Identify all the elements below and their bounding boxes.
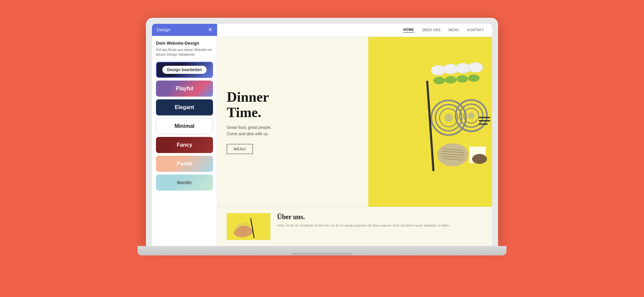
nav-item-kontakt[interactable]: KONTAKT [467,28,484,32]
design-option-fancy-label: Fancy [177,142,192,148]
screen-inner: Design ✕ Dein Website-Design Hol das Bes… [152,24,492,246]
preview-bottom: Über uns. Hallo, ich bin ein Textblock! … [217,207,492,246]
bottom-text: Über uns. Hallo, ich bin ein Textblock! … [277,213,483,240]
laptop-wrapper: Design ✕ Dein Website-Design Hol das Bes… [138,18,506,280]
design-option-pastel-label: Pastel [176,161,192,167]
design-option-current[interactable]: Design bearbeiten [156,62,213,78]
svg-rect-28 [479,120,490,121]
hero-image [368,37,492,207]
svg-point-24 [472,154,487,163]
design-option-fancy[interactable]: Fancy [156,137,213,153]
edit-button[interactable]: Design bearbeiten [162,66,207,74]
svg-point-12 [445,113,453,122]
laptop-screen: Design ✕ Dein Website-Design Hol das Bes… [146,18,498,246]
hero-menu-button[interactable]: MENU [227,144,253,154]
svg-point-4 [468,62,483,72]
food-background [368,37,492,207]
hero-title: DinnerTime. [227,89,359,120]
close-icon[interactable]: ✕ [208,27,212,33]
svg-point-17 [437,143,469,166]
svg-rect-29 [479,123,488,125]
design-option-playful[interactable]: Playful [156,81,213,97]
bottom-image [227,213,270,240]
panel-title: Dein Website-Design [156,41,213,46]
design-option-playful-label: Playful [176,86,193,92]
bottom-description: Hallo, ich bin ein Textblock! Ich bin hi… [277,224,483,228]
panel-header: Design ✕ [152,24,217,36]
panel-subtitle: Hol das Beste aus deiner Website mit die… [156,48,213,57]
svg-point-6 [445,76,457,83]
bottom-section-title: Über uns. [277,213,483,221]
design-option-nordic[interactable]: Nordic [156,175,213,191]
laptop-base [138,246,506,255]
nav-item-ueber-uns[interactable]: ÜBER UNS [422,28,441,32]
hero-content: DinnerTime. Great food, great people.Com… [217,37,368,207]
preview-hero: DinnerTime. Great food, great people.Com… [217,37,492,207]
design-option-nordic-label: Nordic [177,180,192,185]
design-option-pastel[interactable]: Pastel [156,156,213,172]
preview-nav: HOME ÜBER UNS MENU KONTAKT [217,24,492,37]
website-preview: HOME ÜBER UNS MENU KONTAKT DinnerTime. G… [217,24,492,246]
design-option-elegant-label: Elegant [175,104,194,110]
svg-point-7 [457,75,468,83]
nav-item-menu[interactable]: MENU [449,28,459,32]
svg-rect-27 [479,117,490,118]
hero-subtitle: Great food, great people.Come and dine w… [227,125,359,137]
svg-point-8 [468,74,480,82]
svg-point-16 [468,112,475,119]
bottom-food-image [227,213,270,240]
design-panel: Design ✕ Dein Website-Design Hol das Bes… [152,24,217,246]
svg-point-5 [434,77,445,84]
nav-item-home[interactable]: HOME [403,28,414,33]
design-option-elegant[interactable]: Elegant [156,99,213,115]
design-option-minimal[interactable]: Minimal [156,118,213,134]
design-option-minimal-label: Minimal [174,123,195,129]
panel-body: Dein Website-Design Hol das Beste aus de… [152,36,217,246]
panel-header-label: Design [157,27,170,32]
food-illustration [368,37,492,207]
